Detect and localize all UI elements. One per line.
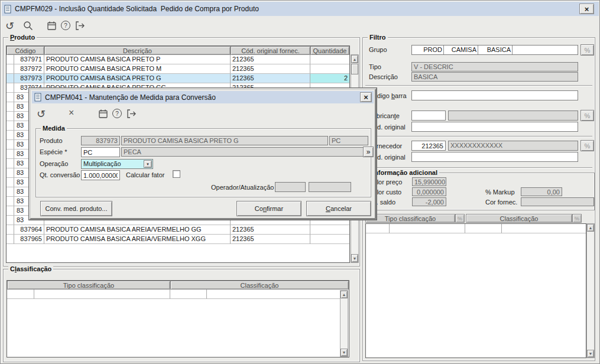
- col-header-qtd[interactable]: Quantidade: [310, 46, 349, 55]
- fabricante-desc-field: [448, 110, 578, 121]
- calcular-fator-checkbox[interactable]: [173, 170, 180, 178]
- dialog-toolbar: ↺ × ?: [32, 103, 374, 124]
- dialog-title: CMPFM041 - Manutenção de Medida para Con…: [45, 93, 216, 102]
- table-row[interactable]: 837971PRODUTO CAMISA BASICA PRETO P21236…: [7, 55, 349, 64]
- classification-table: Tipo classificação Classificação ▲ ▼: [7, 280, 349, 358]
- undo-icon[interactable]: ↺: [37, 108, 46, 121]
- produto-desc-field: PRODUTO CAMISA BASICA PRETO G: [121, 136, 328, 145]
- fabricante-lookup-button[interactable]: %: [580, 110, 594, 121]
- saldo-field: -2,000: [412, 197, 446, 206]
- medida-group-label: Medida: [41, 125, 67, 132]
- confirmar-button[interactable]: Confirmar: [236, 201, 301, 216]
- main-window: CMPFM029 - Inclusão Quantidade Solicitad…: [0, 0, 600, 364]
- lookup-icon: %: [585, 142, 591, 150]
- main-toolbar: ↺ ?: [1, 16, 599, 35]
- calendar-icon[interactable]: [47, 21, 57, 31]
- especie-more-button[interactable]: »: [363, 147, 374, 157]
- info-adicional-label: Informação adicional: [371, 169, 439, 176]
- cod-original-forn-input[interactable]: [411, 152, 578, 162]
- window-titlebar[interactable]: CMPFM029 - Inclusão Quantidade Solicitad…: [2, 2, 599, 16]
- search-icon[interactable]: [23, 21, 33, 31]
- delete-icon[interactable]: ×: [69, 108, 74, 118]
- scroll-up-icon[interactable]: ▲: [340, 291, 348, 298]
- table-row[interactable]: 837972PRODUTO CAMISA BASICA PRETO M21236…: [7, 64, 349, 74]
- exit-icon[interactable]: [75, 21, 86, 31]
- cor-fornec-label: Cor fornec.: [485, 199, 517, 206]
- classification-scrollbar[interactable]: ▲ ▼: [340, 290, 348, 357]
- separator: [365, 167, 592, 168]
- help-icon[interactable]: ?: [61, 21, 70, 30]
- calendar-icon[interactable]: [98, 109, 108, 119]
- info-adicional-group: Informação adicional Valor preço 15,9900…: [365, 173, 595, 210]
- scroll-up-icon[interactable]: ▲: [351, 55, 358, 63]
- help-icon[interactable]: ?: [112, 109, 122, 118]
- cor-fornec-field: [521, 197, 594, 206]
- conv-med-produto-button[interactable]: Conv. med. produto...: [40, 201, 112, 216]
- col-header-codigo[interactable]: Código: [7, 46, 44, 55]
- produto-label: Produto: [40, 137, 63, 144]
- grupo-segment-1[interactable]: PROD: [412, 46, 444, 54]
- right-classification-table: [365, 223, 586, 358]
- operacao-label: Operação: [40, 160, 68, 167]
- cod-original-fab-input[interactable]: [411, 122, 578, 132]
- dialog-titlebar[interactable]: CMPFM041 - Manutenção de Medida para Con…: [32, 91, 374, 103]
- col-header-classificacao[interactable]: Classificação: [466, 214, 572, 223]
- scroll-up-icon[interactable]: ▲: [587, 224, 594, 232]
- app-icon: [4, 5, 12, 14]
- table-row[interactable]: [7, 290, 349, 299]
- close-icon[interactable]: ×: [579, 4, 594, 14]
- table-row[interactable]: 837973PRODUTO CAMISA BASICA PRETO G21236…: [7, 74, 349, 83]
- scroll-down-icon[interactable]: ▼: [340, 349, 348, 356]
- filtro-group-label: Filtro: [368, 34, 388, 41]
- grupo-field[interactable]: PROD CAMISA BASICA: [411, 45, 578, 55]
- table-row[interactable]: 837965PRODUTO CAMISA BASICA AREIA/VERMEL…: [7, 235, 349, 244]
- especie-input[interactable]: [81, 147, 120, 157]
- undo-icon[interactable]: ↺: [5, 20, 14, 32]
- codigo-barra-input[interactable]: [411, 90, 578, 100]
- markup-field: 0,00: [521, 187, 562, 196]
- fabricante-input[interactable]: [411, 110, 446, 121]
- produto-group-label: Produto: [8, 34, 37, 41]
- scroll-down-icon[interactable]: ▼: [351, 254, 358, 262]
- classificacao-group: Classificação Tipo classificação Classif…: [3, 269, 360, 362]
- classificacao-lookup-button[interactable]: %: [572, 214, 582, 223]
- separator: [365, 85, 592, 86]
- scroll-down-icon[interactable]: ▼: [587, 350, 594, 358]
- produto-code-field: 837973: [81, 136, 120, 145]
- grupo-segment-3[interactable]: BASICA: [478, 46, 513, 54]
- qt-conversao-input[interactable]: [81, 170, 120, 180]
- operacao-combobox[interactable]: Multiplicação ▼: [81, 159, 153, 169]
- calcular-fator-label: Calcular fator: [126, 171, 164, 178]
- table-row[interactable]: 837964PRODUTO CAMISA BASICA AREIA/VERMEL…: [7, 225, 349, 235]
- close-icon[interactable]: ×: [360, 92, 372, 102]
- grupo-segment-2[interactable]: CAMISA: [444, 46, 478, 54]
- operador-label: Operador/Atualização: [211, 184, 274, 191]
- col-header-descricao[interactable]: Descrição: [44, 46, 231, 55]
- table-row[interactable]: [366, 224, 586, 233]
- especie-desc-field: PECA: [121, 147, 365, 157]
- valor-custo-field: 0,000000: [412, 187, 446, 196]
- valor-preco-field: 15,990000: [412, 177, 446, 186]
- cancelar-button[interactable]: Cancelar: [306, 201, 371, 216]
- scrollbar-thumb[interactable]: [351, 64, 358, 74]
- right-classification-scrollbar[interactable]: ▲ ▼: [586, 223, 595, 358]
- col-header-tipo-classificacao[interactable]: Tipo classificação: [365, 214, 455, 223]
- col-header-orig[interactable]: Cód. original fornec.: [231, 46, 310, 55]
- app-icon: [34, 93, 42, 102]
- separator: [365, 136, 592, 137]
- chevron-down-icon[interactable]: ▼: [144, 160, 152, 168]
- lookup-icon: %: [458, 216, 462, 222]
- col-header-classificacao[interactable]: Classificação: [170, 281, 349, 290]
- tipo-field: V - DESCRIC: [411, 62, 578, 72]
- classificacao-group-label: Classificação: [8, 265, 53, 272]
- col-header-tipo-classificacao[interactable]: Tipo classificação: [7, 281, 170, 290]
- fornecedor-input[interactable]: [411, 141, 446, 151]
- tipo-classificacao-lookup-button[interactable]: %: [455, 214, 465, 223]
- medida-group: Medida Produto 837973 PRODUTO CAMISA BAS…: [35, 128, 371, 197]
- grupo-lookup-button[interactable]: %: [580, 44, 594, 56]
- exit-icon[interactable]: [127, 109, 137, 119]
- operador-field-1: [275, 182, 306, 192]
- fornecedor-lookup-button[interactable]: %: [580, 140, 594, 151]
- descricao-label: Descrição: [369, 73, 398, 80]
- markup-label: % Markup: [485, 188, 515, 196]
